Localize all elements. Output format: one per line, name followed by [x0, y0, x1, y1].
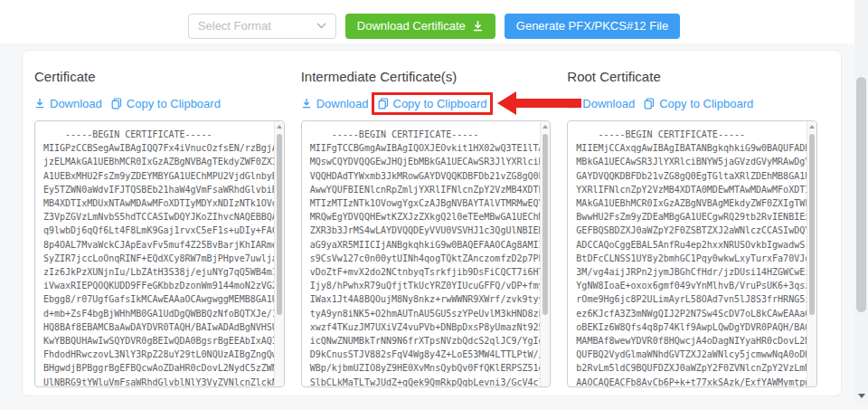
- copy-to-clipboard-link[interactable]: Copy to Clipboard: [644, 97, 753, 110]
- textarea-scrollbar[interactable]: [807, 121, 816, 386]
- certificates-card: Certificate Download Copy to Clipboard: [23, 51, 841, 396]
- toolbar: Select Format Download Certificate Gener…: [0, 0, 868, 43]
- page-scrollbar-thumb[interactable]: [856, 77, 866, 312]
- certificate-textarea-wrapper: [34, 120, 285, 387]
- chevron-down-icon: [316, 23, 326, 29]
- download-link[interactable]: Download: [567, 97, 635, 110]
- panel-actions: Download Copy to Clipboard: [34, 94, 285, 112]
- arrow-head: [497, 91, 516, 115]
- panel-actions: Download Copy to Clipboard: [301, 94, 552, 112]
- download-link-label: Download: [316, 97, 369, 110]
- textarea-scrollbar-thumb[interactable]: [542, 134, 548, 315]
- copy-icon: [644, 98, 655, 110]
- copy-to-clipboard-link[interactable]: Copy to Clipboard: [111, 97, 221, 110]
- download-icon: [567, 98, 578, 109]
- format-select-placeholder: Select Format: [198, 19, 271, 33]
- scroll-up-arrow-icon[interactable]: [275, 121, 284, 132]
- panel-title: Root Certificate: [567, 69, 817, 84]
- certificate-textarea-wrapper: [567, 120, 817, 387]
- copy-link-label: Copy to Clipboard: [127, 97, 221, 110]
- panel-title: Certificate: [34, 69, 285, 84]
- copy-link-label: Copy to Clipboard: [659, 97, 753, 110]
- certificate-download-page: { "colors": { "green": "#5cbe2f", "blue"…: [0, 0, 868, 410]
- download-icon: [34, 98, 45, 109]
- scroll-down-arrow-icon[interactable]: [858, 394, 865, 398]
- copy-link-highlight-wrapper: Copy to Clipboard: [378, 97, 487, 110]
- page-scrollbar[interactable]: [854, 0, 868, 405]
- download-certificate-label: Download Certificate: [357, 19, 466, 33]
- panel-root-certificate: Root Certificate Download Copy to Clipbo…: [567, 69, 817, 385]
- download-link[interactable]: Download: [34, 97, 102, 110]
- download-link[interactable]: Download: [301, 97, 369, 110]
- textarea-scrollbar-thumb[interactable]: [809, 134, 815, 315]
- panel-certificate: Certificate Download Copy to Clipboard: [34, 69, 285, 385]
- download-icon: [472, 20, 484, 32]
- download-link-label: Download: [50, 97, 102, 110]
- intermediate-certificate-text[interactable]: [302, 121, 551, 386]
- textarea-scrollbar[interactable]: [540, 121, 550, 386]
- certificate-textarea-wrapper: [301, 120, 552, 387]
- panel-intermediate-certificate: Intermediate Certificate(s) Download: [301, 69, 552, 385]
- scroll-up-arrow-icon[interactable]: [541, 121, 550, 132]
- format-select[interactable]: Select Format: [188, 14, 336, 39]
- certificate-text[interactable]: [35, 121, 284, 386]
- copy-to-clipboard-link[interactable]: Copy to Clipboard: [378, 97, 487, 110]
- textarea-scrollbar[interactable]: [274, 121, 284, 386]
- root-certificate-text[interactable]: [568, 121, 816, 386]
- download-link-label: Download: [582, 97, 635, 110]
- generate-pfx-button[interactable]: Generate PFX/PKCS#12 File: [505, 14, 680, 39]
- scroll-up-arrow-icon[interactable]: [807, 121, 816, 132]
- panel-actions: Download Copy to Clipboard: [567, 94, 817, 112]
- copy-link-label: Copy to Clipboard: [393, 97, 487, 110]
- generate-pfx-label: Generate PFX/PKCS#12 File: [516, 19, 668, 33]
- copy-icon: [378, 98, 389, 110]
- download-icon: [301, 98, 312, 109]
- textarea-scrollbar-thumb[interactable]: [277, 134, 282, 315]
- download-certificate-button[interactable]: Download Certificate: [345, 14, 495, 39]
- copy-icon: [111, 98, 122, 110]
- panel-title: Intermediate Certificate(s): [301, 69, 552, 84]
- content-background: Certificate Download Copy to Clipboard: [0, 43, 868, 410]
